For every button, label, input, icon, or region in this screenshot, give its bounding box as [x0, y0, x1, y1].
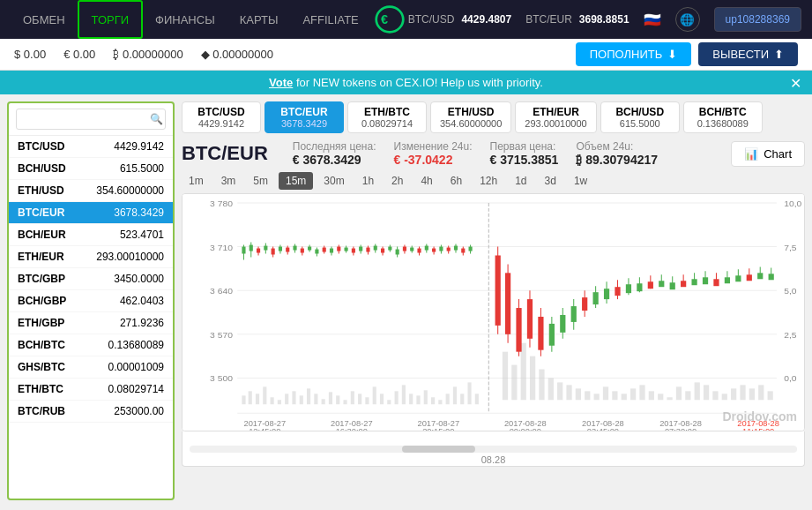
pair-row[interactable]: BCH/USD615.5000 — [9, 158, 173, 180]
pair-tab[interactable]: ETH/BTC0.08029714 — [347, 101, 427, 133]
pair-row[interactable]: GHS/BTC0.00001009 — [9, 356, 173, 379]
btcusd-price: BTC/USD 4429.4807 — [408, 13, 511, 26]
nav: ОБМЕН ТОРГИ ФИНАНСЫ КАРТЫ AFFILIATE — [11, 0, 371, 39]
pair-row[interactable]: BCH/GBP462.0403 — [9, 290, 173, 312]
tab-price: 615.5000 — [610, 118, 670, 129]
pair-row[interactable]: ETH/USD354.60000000 — [9, 180, 173, 202]
svg-rect-26 — [300, 395, 303, 404]
pair-tab[interactable]: BTC/USD4429.9142 — [182, 101, 261, 133]
time-interval-btn[interactable]: 4h — [413, 172, 439, 190]
pair-tab[interactable]: ETH/USD354.60000000 — [430, 101, 511, 133]
svg-rect-60 — [585, 391, 590, 400]
withdraw-button[interactable]: ВЫВЕСТИ ⬆ — [698, 42, 798, 66]
nav-finansy[interactable]: ФИНАНСЫ — [143, 0, 227, 39]
pair-row[interactable]: BTC/EUR3678.3429 — [9, 202, 173, 224]
svg-text:3 640: 3 640 — [210, 286, 233, 296]
svg-rect-144 — [469, 247, 473, 251]
deposit-icon: ⬇ — [667, 48, 677, 61]
nav-affiliate[interactable]: AFFILIATE — [290, 0, 370, 39]
time-interval-btn[interactable]: 1m — [182, 172, 211, 190]
globe-button[interactable]: 🌐 — [675, 7, 700, 32]
balance-eth: ◆ 0.00000000 — [201, 48, 273, 61]
pair-row[interactable]: BTC/GBP3450.0000 — [9, 268, 173, 290]
time-interval-btn[interactable]: 1h — [355, 172, 381, 190]
pair-price: 0.13680089 — [108, 339, 164, 351]
svg-rect-35 — [365, 397, 369, 404]
time-interval-btn[interactable]: 1w — [567, 172, 594, 190]
pair-row[interactable]: BCH/EUR523.4701 — [9, 224, 173, 246]
svg-rect-54 — [530, 356, 535, 401]
time-bar: 1m3m5m15m30m1h2h4h6h12h1d3d1w — [182, 172, 805, 190]
tab-name: BTC/USD — [191, 106, 251, 118]
time-interval-btn[interactable]: 6h — [443, 172, 469, 190]
pair-row[interactable]: ETH/GBP271.9236 — [9, 312, 173, 334]
deposit-button[interactable]: ПОПОЛНИТЬ ⬇ — [576, 42, 692, 66]
svg-rect-96 — [293, 246, 296, 251]
time-interval-btn[interactable]: 1d — [508, 172, 533, 190]
svg-rect-130 — [417, 249, 421, 253]
svg-rect-167 — [604, 289, 609, 299]
svg-rect-55 — [539, 370, 544, 401]
search-input[interactable] — [16, 109, 166, 130]
tab-price: 293.00010000 — [525, 118, 586, 129]
user-button[interactable]: up108288369 — [714, 7, 801, 32]
nav-karty[interactable]: КАРТЫ — [227, 0, 291, 39]
pair-tab[interactable]: BCH/BTC0.13680089 — [683, 101, 763, 133]
pair-row[interactable]: BTC/RUB253000.00 — [9, 401, 173, 423]
svg-rect-66 — [639, 385, 644, 400]
pair-name: BCH/GBP — [18, 295, 66, 307]
time-interval-btn[interactable]: 2h — [384, 172, 410, 190]
time-interval-btn[interactable]: 15m — [279, 172, 313, 190]
scroll-track[interactable]: 08.28 — [190, 446, 797, 453]
main: 🔍 BTC/USD4429.9142BCH/USD615.5000ETH/USD… — [0, 94, 812, 507]
time-interval-btn[interactable]: 12h — [473, 172, 504, 190]
nav-obmen[interactable]: ОБМЕН — [11, 0, 78, 39]
svg-rect-33 — [351, 391, 354, 404]
svg-rect-110 — [345, 248, 348, 251]
svg-text:3 710: 3 710 — [210, 243, 233, 252]
banner-close[interactable]: ✕ — [790, 74, 801, 91]
svg-rect-124 — [396, 250, 399, 255]
pair-tab[interactable]: BTC/EUR3678.3429 — [264, 101, 344, 133]
time-interval-btn[interactable]: 3d — [538, 172, 563, 190]
banner-vote-link[interactable]: Vote — [269, 76, 293, 89]
svg-rect-72 — [695, 382, 700, 400]
svg-rect-73 — [704, 385, 709, 400]
pair-row[interactable]: ETH/BTC0.08029714 — [9, 379, 173, 401]
svg-rect-59 — [576, 388, 581, 400]
pair-name: BTC/EUR — [18, 206, 64, 219]
pair-row[interactable]: BTC/USD4429.9142 — [9, 136, 173, 158]
header-right: BTC/USD 4429.4807 BTC/EUR 3698.8851 🇷🇺 🌐… — [408, 7, 801, 32]
svg-text:0,0: 0,0 — [784, 374, 797, 384]
pair-tab[interactable]: ETH/EUR293.00010000 — [515, 101, 596, 133]
svg-rect-28 — [314, 394, 317, 404]
content-area: BTC/USD4429.9142BTC/EUR3678.3429ETH/BTC0… — [175, 94, 812, 507]
chart-button[interactable]: 📊 Chart — [731, 141, 805, 167]
svg-text:3 780: 3 780 — [210, 199, 233, 208]
svg-rect-36 — [373, 386, 376, 404]
svg-rect-63 — [612, 391, 617, 400]
time-interval-btn[interactable]: 30m — [317, 172, 351, 190]
svg-text:16:30:00: 16:30:00 — [336, 427, 368, 431]
svg-rect-41 — [409, 394, 413, 404]
svg-rect-122 — [388, 247, 391, 251]
tab-price: 4429.9142 — [191, 118, 251, 129]
svg-rect-69 — [667, 397, 672, 400]
pair-row[interactable]: ETH/EUR293.00010000 — [9, 246, 173, 268]
scroll-thumb[interactable] — [402, 446, 475, 453]
svg-rect-126 — [403, 247, 406, 251]
svg-text:5,0: 5,0 — [784, 286, 797, 296]
nav-torgi[interactable]: ТОРГИ — [78, 0, 144, 39]
pair-name: BTC/GBP — [18, 273, 65, 285]
scroll-area: 08.28 — [182, 431, 805, 467]
pair-row[interactable]: BCH/BTC0.13680089 — [9, 334, 173, 356]
time-interval-btn[interactable]: 3m — [214, 172, 243, 190]
svg-text:03:45:00: 03:45:00 — [587, 427, 619, 431]
svg-text:2,5: 2,5 — [784, 330, 797, 340]
svg-rect-70 — [676, 386, 682, 400]
banner: Vote for NEW tokens on CEX.IO! Help us w… — [0, 71, 812, 94]
time-interval-btn[interactable]: 5m — [246, 172, 275, 190]
pair-tab[interactable]: BCH/USD615.5000 — [600, 101, 680, 133]
svg-rect-56 — [548, 378, 554, 400]
svg-rect-185 — [703, 277, 708, 284]
